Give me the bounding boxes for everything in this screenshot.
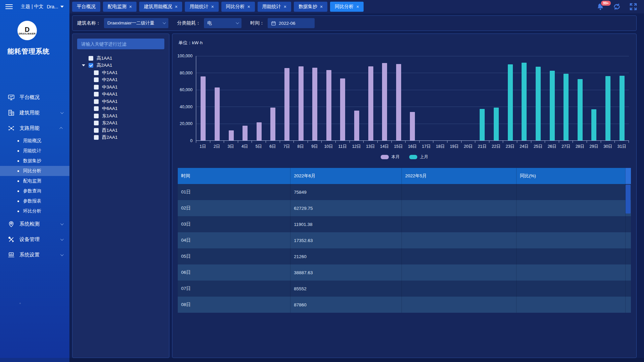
refresh-icon[interactable] (612, 3, 621, 11)
table-row: 06日38887.63 (178, 264, 631, 281)
table-cell: 01日 (178, 184, 290, 200)
tree-node-label: 中3AA1 (102, 84, 118, 90)
table-cell: 04日 (178, 232, 290, 248)
checkbox[interactable] (94, 128, 99, 133)
checkbox[interactable] (89, 56, 93, 61)
tree-node-高2AA1[interactable]: 高2AA1 (77, 62, 164, 69)
tree-node-中4AA1[interactable]: 中4AA1 (77, 91, 164, 98)
checkbox[interactable] (94, 106, 99, 111)
sidebar-item-支路用能[interactable]: 支路用能 (0, 120, 69, 136)
building-name-select[interactable]: Draexlmaier一二级计量 (104, 18, 168, 28)
notification-bell-icon[interactable]: 99+ (596, 3, 604, 11)
fullscreen-icon[interactable] (629, 3, 637, 11)
tab-label: 平台概况 (77, 4, 96, 10)
close-icon[interactable]: × (248, 4, 250, 9)
day-slot-20日 (462, 56, 476, 140)
tree-node-中2AA1[interactable]: 中2AA1 (77, 76, 164, 84)
checkbox[interactable] (89, 63, 93, 68)
chart-bar-本月 (215, 87, 220, 140)
checkbox[interactable] (94, 70, 99, 75)
close-icon[interactable]: × (320, 4, 323, 9)
table-cell: 17352.63 (290, 232, 401, 248)
x-tick-label: 7日 (280, 144, 294, 149)
chart-bar-本月 (299, 66, 304, 140)
tree-node-中5AA1[interactable]: 中5AA1 (77, 98, 164, 105)
table-cell: 75849 (290, 184, 401, 200)
x-tick-label: 27日 (559, 144, 573, 149)
sidebar-item-系统设置[interactable]: 系统设置 (0, 247, 69, 262)
user-menu[interactable]: Dra... (47, 4, 63, 9)
sidebar-item-系统检测[interactable]: 系统检测 (0, 216, 69, 232)
sidebar-subitem-用能概况[interactable]: 用能概况 (0, 136, 69, 146)
menu-toggle-icon[interactable] (5, 4, 13, 9)
table-scrollbar-thumb[interactable] (626, 185, 631, 214)
day-slot-7日 (280, 56, 294, 140)
tree-node-东1AA1[interactable]: 东1AA1 (77, 112, 164, 120)
sidebar-subitem-参数查询[interactable]: 参数查询 (0, 186, 69, 196)
tree-node-西2AA1[interactable]: 西2AA1 (77, 134, 164, 141)
close-icon[interactable]: × (129, 4, 132, 9)
tree-node-西1AA1[interactable]: 西1AA1 (77, 127, 164, 134)
tab-配电监测-1[interactable]: 配电监测× (103, 2, 137, 12)
close-icon[interactable]: × (211, 4, 214, 9)
legend-label: 上月 (420, 154, 428, 160)
sidebar-subitem-数据集抄[interactable]: 数据集抄 (0, 156, 69, 166)
table-cell (401, 297, 516, 313)
tree-node-东2AA1[interactable]: 东2AA1 (77, 120, 164, 127)
tab-同比分析-7[interactable]: 同比分析× (330, 2, 364, 12)
tree-node-中3AA1[interactable]: 中3AA1 (77, 83, 164, 91)
checkbox[interactable] (94, 135, 99, 140)
comparison-table: 时间2022年6月2022年5月同比(%)01日7584902日62729.75… (178, 168, 631, 313)
checkbox[interactable] (94, 92, 99, 97)
legend-item-上月[interactable]: 上月 (409, 154, 428, 160)
sidebar-item-建筑用能[interactable]: 建筑用能 (0, 105, 69, 120)
table-cell: 87860 (290, 297, 401, 313)
sidebar-subitem-用能统计[interactable]: 用能统计 (0, 146, 69, 156)
tick-mark (475, 141, 489, 143)
tick-mark (266, 141, 280, 143)
sidebar-subitem-参数报表[interactable]: 参数报表 (0, 196, 69, 206)
energy-type-select[interactable]: 电 (204, 18, 241, 28)
tab-用能统计-5[interactable]: 用能统计× (258, 2, 291, 12)
checkbox[interactable] (94, 121, 99, 125)
x-tick-label: 11日 (335, 144, 350, 149)
sidebar-subitem-配电监测[interactable]: 配电监测 (0, 176, 69, 186)
close-icon[interactable]: × (284, 4, 286, 9)
tab-label: 同比分析 (335, 4, 354, 10)
day-slot-23日 (503, 56, 517, 140)
day-slot-26日 (545, 56, 559, 140)
sidebar-subitem-环比分析[interactable]: 环比分析 (0, 206, 69, 216)
tick-mark (392, 141, 406, 143)
sidebar-subitem-同比分析[interactable]: 同比分析 (0, 166, 69, 176)
bottom-scrollbar-strip[interactable] (0, 358, 644, 362)
chevron-down-icon (60, 253, 64, 256)
tab-数据集抄-6[interactable]: 数据集抄× (294, 2, 327, 12)
tab-平台概况-0[interactable]: 平台概况 (72, 2, 100, 12)
branch-icon (7, 124, 15, 132)
language-switch[interactable]: 主题 | 中文 (21, 4, 43, 10)
close-icon[interactable]: × (175, 4, 177, 9)
checkbox[interactable] (94, 77, 99, 82)
tree-node-中1AA1[interactable]: 中1AA1 (77, 69, 164, 76)
tab-同比分析-4[interactable]: 同比分析× (221, 2, 255, 12)
close-icon[interactable]: × (356, 4, 359, 9)
checkbox[interactable] (94, 99, 99, 104)
checkbox[interactable] (94, 85, 99, 89)
tree-filter-input[interactable] (77, 39, 164, 49)
day-slot-12日 (350, 56, 364, 140)
checkbox[interactable] (94, 114, 99, 118)
tick-mark (406, 141, 420, 143)
energy-type-label: 分类能耗： (177, 20, 201, 26)
tab-建筑用能概况-2[interactable]: 建筑用能概况× (139, 2, 182, 12)
sidebar-subitem-label: 用能统计 (23, 148, 41, 154)
legend-item-本月[interactable]: 本月 (381, 154, 400, 160)
tree-node-中6AA1[interactable]: 中6AA1 (77, 105, 164, 113)
sidebar-item-平台概况[interactable]: 平台概况 (0, 89, 69, 105)
chevron-down-icon (60, 222, 64, 225)
chart-bar-上月 (564, 74, 569, 140)
tab-用能统计-3[interactable]: 用能统计× (185, 2, 218, 12)
sidebar-item-设备管理[interactable]: 设备管理 (0, 232, 69, 247)
expand-arrow-icon[interactable] (82, 64, 85, 66)
tree-node-高1AA1[interactable]: 高1AA1 (77, 55, 164, 62)
time-date-picker[interactable]: 2022-06 (268, 18, 315, 28)
